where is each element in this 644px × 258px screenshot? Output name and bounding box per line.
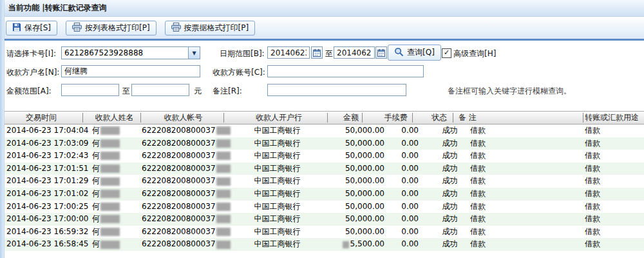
cell-transaction-time: 2014-06-23 17:02:43: [6, 150, 88, 163]
cell-transaction-time: 2014-06-23 17:04:04: [6, 124, 88, 137]
card-number-value[interactable]: [62, 47, 188, 59]
cell-status: 成功: [431, 226, 468, 239]
calendar-icon[interactable]: [311, 46, 323, 59]
cell-payee-name: 何: [92, 175, 120, 188]
amount-to-input[interactable]: [131, 84, 189, 96]
cell-payee-name: 何: [92, 213, 120, 226]
chevron-down-icon[interactable]: ▼: [188, 47, 200, 59]
cell-purpose: 借款: [585, 163, 600, 175]
floppy-disk-icon: [12, 23, 21, 34]
table-row[interactable]: 2014-06-23 17:03:09何622208200800037中国工商银…: [0, 137, 644, 150]
print-receipt-button[interactable]: 按票据格式打印[P]: [165, 21, 256, 35]
date-to-word: 至: [325, 48, 333, 59]
column-separator: [223, 113, 224, 123]
cell-purpose: 借款: [585, 226, 600, 239]
column-header-payee-name[interactable]: 收款人姓名: [88, 112, 140, 124]
column-separator: [327, 113, 328, 123]
column-header-fee[interactable]: 手续费: [368, 112, 408, 124]
cell-remark: 借款: [470, 163, 486, 175]
table-row[interactable]: 2014-06-23 17:02:43何622208200800037中国工商银…: [0, 150, 644, 163]
cell-transaction-time: 2014-06-23 17:01:02: [6, 188, 88, 201]
page-title: 当前功能 |转账汇款记录查询: [8, 3, 107, 14]
cell-payee-name: 何: [92, 188, 120, 201]
table-row[interactable]: 2014-06-23 16:59:32何622208200800037中国工商银…: [0, 226, 644, 239]
cell-payee-name: 何: [92, 150, 120, 163]
date-to-input[interactable]: [334, 46, 375, 59]
redaction-block: [100, 228, 120, 236]
column-separator: [82, 113, 83, 123]
cell-remark: 借款: [470, 150, 486, 163]
cell-payee-account: 622208200800037: [142, 137, 231, 150]
cell-amount: 50,000.00: [324, 213, 384, 226]
cell-transaction-time: 2014-06-23 17:00:25: [6, 201, 88, 213]
table-row[interactable]: 2014-06-23 16:58:45何622208200800037中国工商银…: [0, 238, 644, 251]
redaction-block: [343, 241, 349, 248]
cell-purpose: 借款: [585, 175, 600, 188]
cell-amount: 50,000.00: [324, 124, 384, 137]
cell-purpose: 借款: [585, 201, 600, 213]
table-row[interactable]: 2014-06-23 17:01:29何622208200800037中国工商银…: [0, 175, 644, 188]
cell-transaction-time: 2014-06-23 16:58:45: [6, 238, 88, 251]
table-row[interactable]: 2014-06-23 17:00:25何622208200800037中国工商银…: [0, 201, 644, 213]
cell-remark: 借款: [470, 238, 486, 251]
date-from-input[interactable]: [267, 46, 310, 59]
cell-remark: 借款: [470, 175, 486, 188]
advanced-query-label: 高级查询[H]: [453, 48, 496, 59]
remark-label: 备注[R]:: [213, 86, 242, 97]
payee-name-label: 收款方户名[N]:: [6, 67, 59, 78]
amount-to-word: 至: [122, 86, 130, 97]
column-header-payee-account[interactable]: 收款人帐号: [143, 112, 223, 124]
print-list-button[interactable]: 按列表格式打印[P]: [66, 21, 156, 35]
window-left-edge: [0, 0, 5, 258]
amount-from-input[interactable]: [61, 84, 119, 96]
cell-payee-bank: 中国工商银行: [224, 226, 330, 239]
remark-hint-text: 备注框可输入关键字进行模糊查询。: [448, 86, 571, 97]
table-row[interactable]: 2014-06-23 17:04:04何622208200800037中国工商银…: [0, 124, 644, 137]
cell-payee-bank: 中国工商银行: [224, 188, 330, 201]
redaction-block: [100, 139, 120, 148]
redaction-block: [100, 177, 120, 186]
printer-icon: [171, 23, 181, 34]
redaction-block: [100, 152, 120, 160]
save-button[interactable]: 保存[S]: [6, 21, 57, 35]
column-separator: [453, 113, 453, 123]
column-header-payee-bank[interactable]: 收款人开户行: [238, 112, 319, 124]
cell-fee: 0.00: [380, 226, 419, 239]
column-header-purpose[interactable]: 转账或汇款用途: [585, 112, 639, 124]
column-header-time[interactable]: 交易时间: [0, 112, 82, 124]
cell-status: 成功: [431, 137, 468, 150]
cell-status: 成功: [431, 201, 468, 213]
cell-remark: 借款: [470, 188, 486, 201]
cell-fee: 0.00: [380, 124, 419, 137]
cell-fee: 0.00: [380, 213, 419, 226]
cell-payee-account: 622208200800037: [142, 150, 231, 163]
cell-fee: 0.00: [380, 188, 419, 201]
table-row[interactable]: 2014-06-23 17:01:02何622208200800037中国工商银…: [0, 188, 644, 201]
cell-payee-bank: 中国工商银行: [224, 150, 330, 163]
table-row[interactable]: 2014-06-23 17:01:51何622208200800037中国工商银…: [0, 163, 644, 175]
cell-payee-name: 何: [92, 124, 120, 137]
column-separator: [412, 113, 413, 123]
cell-payee-bank: 中国工商银行: [224, 163, 330, 175]
advanced-query-checkbox[interactable]: ✓: [442, 48, 451, 58]
function-title-bar: 当前功能 |转账汇款记录查询: [0, 0, 644, 17]
table-row[interactable]: 2014-06-23 17:00:00何622208200800037中国工商银…: [0, 213, 644, 226]
cell-payee-name: 何: [92, 163, 120, 175]
column-header-remark[interactable]: 备 注: [459, 112, 477, 124]
cell-payee-name: 何: [92, 201, 120, 213]
cell-payee-name: 何: [92, 137, 120, 150]
remark-input[interactable]: [267, 84, 406, 96]
print-list-button-label: 按列表格式打印[P]: [85, 23, 150, 34]
card-number-combobox[interactable]: ▼: [61, 46, 200, 59]
payee-account-input[interactable]: [267, 65, 424, 77]
cell-payee-account: 622208200800037: [142, 226, 231, 239]
cell-amount: 50,000.00: [324, 163, 384, 175]
cell-status: 成功: [431, 175, 468, 188]
column-header-status[interactable]: 状态: [421, 112, 457, 124]
redaction-block: [100, 215, 120, 223]
cell-purpose: 借款: [585, 188, 600, 201]
payee-name-input[interactable]: [61, 65, 200, 77]
query-button[interactable]: 查询[Q]: [388, 45, 441, 61]
calendar-icon[interactable]: [375, 46, 387, 59]
cell-amount: 5,500.00: [324, 238, 384, 251]
